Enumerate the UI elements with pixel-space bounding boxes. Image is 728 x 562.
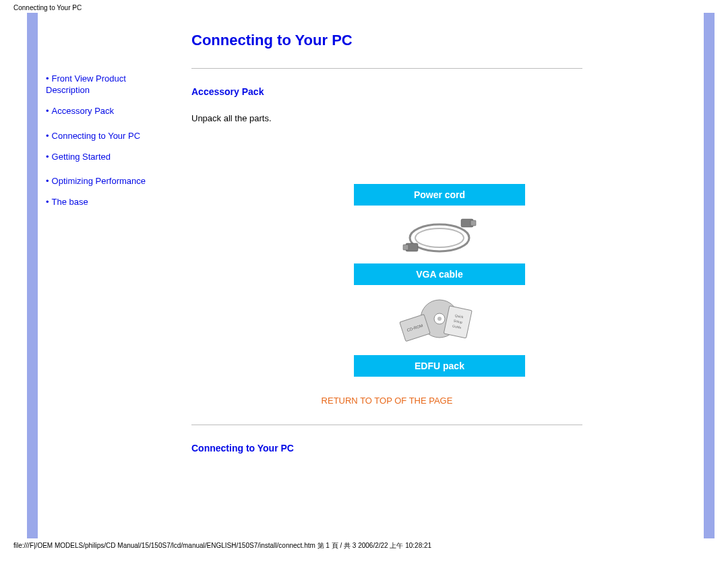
sidebar-item-the-base[interactable]: •The base xyxy=(46,197,164,208)
content-area: •Front View Product Description •Accesso… xyxy=(38,13,704,538)
bullet-icon: • xyxy=(46,106,52,116)
edfu-pack-label: EDFU pack xyxy=(354,355,525,377)
divider xyxy=(191,68,582,69)
header-path-text: Connecting to Your PC xyxy=(0,0,728,13)
accessory-pack-heading: Accessory Pack xyxy=(191,86,688,97)
power-cord-label: Power cord xyxy=(354,184,525,206)
vga-cable-image-cell xyxy=(354,206,525,263)
svg-rect-3 xyxy=(403,245,408,250)
return-to-top-link[interactable]: RETURN TO TOP OF THE PAGE xyxy=(191,396,582,406)
footer-path-text: file:///F|/OEM MODELS/philips/CD Manual/… xyxy=(0,538,728,551)
sidebar-item-getting-started[interactable]: •Getting Started xyxy=(46,152,164,163)
sidebar-item-label: Connecting to Your PC xyxy=(52,131,141,141)
sidebar-item-connecting[interactable]: •Connecting to Your PC xyxy=(46,131,164,142)
vga-cable-label: VGA cable xyxy=(354,263,525,285)
bullet-icon: • xyxy=(46,152,52,162)
sidebar-item-label: The base xyxy=(52,197,88,207)
bullet-icon: • xyxy=(46,176,52,186)
accessory-table: Power cord V xyxy=(354,184,525,377)
cable-icon xyxy=(399,211,480,258)
unpack-text: Unpack all the parts. xyxy=(191,113,688,123)
sidebar-item-label: Accessory Pack xyxy=(52,106,114,116)
decorative-right-bar xyxy=(704,13,715,538)
edfu-pack-image-cell: CD-ROM Quick Setup Guide xyxy=(354,285,525,355)
svg-point-8 xyxy=(437,317,442,321)
sidebar-item-accessory-pack[interactable]: •Accessory Pack xyxy=(46,106,164,117)
page-body: •Front View Product Description •Accesso… xyxy=(27,13,715,538)
connecting-to-pc-heading: Connecting to Your PC xyxy=(191,443,688,454)
cd-and-booklet-icon: CD-ROM Quick Setup Guide xyxy=(399,293,480,347)
sidebar-item-optimizing[interactable]: •Optimizing Performance xyxy=(46,176,164,187)
main-content: Connecting to Your PC Accessory Pack Unp… xyxy=(173,13,704,538)
sidebar-item-label: Getting Started xyxy=(52,152,111,162)
bullet-icon: • xyxy=(46,131,52,141)
sidebar-item-label: Optimizing Performance xyxy=(52,176,146,186)
divider xyxy=(191,425,582,425)
sidebar-item-label: Front View Product Description xyxy=(46,73,126,95)
page-title: Connecting to Your PC xyxy=(191,32,688,49)
bullet-icon: • xyxy=(46,197,52,207)
svg-point-1 xyxy=(415,228,464,247)
svg-rect-5 xyxy=(471,220,476,226)
sidebar-nav: •Front View Product Description •Accesso… xyxy=(38,13,173,538)
decorative-left-bar xyxy=(27,13,38,538)
sidebar-item-front-view[interactable]: •Front View Product Description xyxy=(46,73,164,96)
bullet-icon: • xyxy=(46,73,52,84)
